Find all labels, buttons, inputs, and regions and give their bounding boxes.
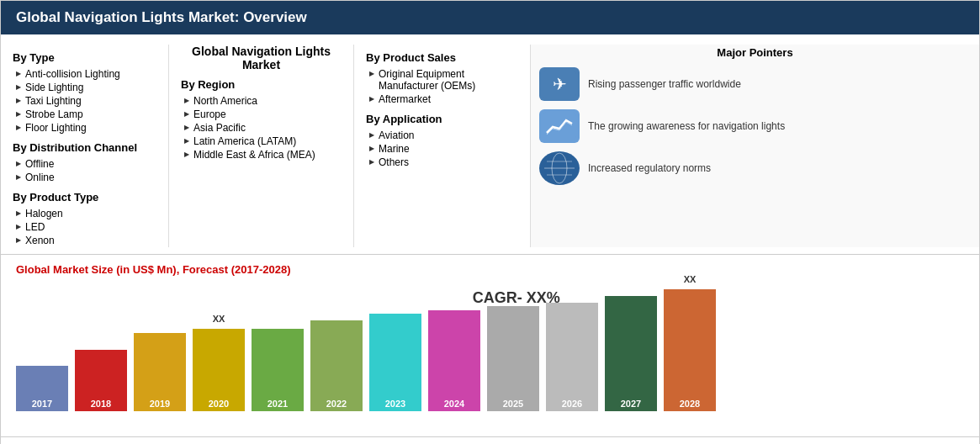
bar-group: 2027 <box>605 296 657 411</box>
svg-rect-2 <box>543 112 576 140</box>
bar-year-label: 2018 <box>75 399 127 409</box>
list-item: LED <box>16 220 156 234</box>
header: Global Navigation Lights Market: Overvie… <box>1 1 979 34</box>
bar-year-label: 2022 <box>310 399 363 409</box>
bar: 2026 <box>546 303 598 411</box>
major-pointers-title: Major Pointers <box>539 46 971 59</box>
bar: 2021 <box>252 329 304 411</box>
list-item: Others <box>369 156 518 169</box>
bar-group: 2017 <box>16 366 68 411</box>
by-region-label: By Region <box>181 78 342 91</box>
bar-year-label: 2027 <box>605 399 657 409</box>
bar: 2017 <box>16 366 68 411</box>
svg-text:✈: ✈ <box>553 75 567 93</box>
bar: 2024 <box>428 310 480 411</box>
pointer-item-1: ✈ Rising passenger traffic worldwide <box>539 67 971 101</box>
header-title: Global Navigation Lights Market: Overvie… <box>16 9 307 25</box>
bar-group: 2018 <box>75 350 127 411</box>
bar-year-label: 2020 <box>193 399 245 409</box>
list-item: Marine <box>369 142 518 156</box>
bar-group: XX2020 <box>193 329 245 411</box>
center-column: Global Navigation Lights Market By Regio… <box>169 45 354 247</box>
bar-group: 2021 <box>252 329 304 411</box>
by-product-sales-label: By Product Sales <box>366 51 518 64</box>
bar-year-label: 2021 <box>252 399 304 409</box>
bar-year-label: 2017 <box>16 399 68 409</box>
pointer-text-3: Increased regulatory norms <box>588 161 711 176</box>
market-title: Global Navigation Lights Market <box>181 45 342 71</box>
bar-year-label: 2024 <box>428 399 480 409</box>
bar-group: XX2028 <box>664 289 716 411</box>
list-item: Floor Lighting <box>16 121 156 135</box>
overview-section: By Type Anti-collision Lighting Side Lig… <box>1 34 979 255</box>
list-item: Side Lighting <box>16 81 156 94</box>
main-container: Global Navigation Lights Market: Overvie… <box>0 0 980 444</box>
bar-group: 2026 <box>546 303 598 411</box>
chart-title: Global Market Size (in US$ Mn), Forecast… <box>16 263 964 276</box>
chart-section: Global Market Size (in US$ Mn), Forecast… <box>1 255 979 437</box>
pointer-icon-2 <box>539 109 580 143</box>
list-item: Offline <box>16 157 156 171</box>
bar: XX2020 <box>193 329 245 411</box>
list-item: Aftermarket <box>369 92 518 106</box>
bar: XX2028 <box>664 289 716 411</box>
bar-year-label: 2019 <box>134 399 186 409</box>
major-pointers-column: Major Pointers ✈ Rising passenger traffi… <box>531 45 979 247</box>
bar-group: 2024 <box>428 310 480 411</box>
list-item: Latin America (LATAM) <box>184 135 342 148</box>
list-item: Anti-collision Lighting <box>16 67 156 81</box>
bar-year-label: 2026 <box>546 399 598 409</box>
by-distribution-label: By Distribution Channel <box>13 141 156 154</box>
bar-year-label: 2025 <box>487 399 539 409</box>
bar-group: 2023 <box>369 314 421 411</box>
by-product-sales-list: Original Equipment Manufacturer (OEMs) A… <box>366 67 518 106</box>
pointer-item-3: Increased regulatory norms <box>539 151 971 185</box>
bar-group: 2022 <box>310 320 363 411</box>
list-item: Europe <box>184 108 342 121</box>
chart-bars: 201720182019XX20202021202220232024202520… <box>16 283 964 430</box>
pointer-item-2: The growing awareness for navigation lig… <box>539 109 971 143</box>
bar-group: 2025 <box>487 306 539 411</box>
bar-year-label: 2023 <box>369 399 421 409</box>
left-column: By Type Anti-collision Lighting Side Lig… <box>1 45 169 247</box>
list-item: Aviation <box>369 129 518 142</box>
bar: 2018 <box>75 350 127 411</box>
list-item: Xenon <box>16 234 156 247</box>
list-item: Online <box>16 171 156 184</box>
bar-group: 2019 <box>134 333 186 411</box>
list-item: North America <box>184 94 342 108</box>
by-distribution-list: Offline Online <box>13 157 156 184</box>
bar: 2023 <box>369 314 421 411</box>
bar-year-label: 2028 <box>664 399 716 409</box>
list-item: Taxi Lighting <box>16 94 156 108</box>
bar: 2022 <box>310 320 363 411</box>
list-item: Original Equipment Manufacturer (OEMs) <box>369 67 518 92</box>
list-item: Middle East & Africa (MEA) <box>184 148 342 161</box>
by-type-label: By Type <box>13 51 156 64</box>
by-application-list: Aviation Marine Others <box>366 129 518 169</box>
bar: 2025 <box>487 306 539 411</box>
pointer-icon-1: ✈ <box>539 67 580 101</box>
by-type-list: Anti-collision Lighting Side Lighting Ta… <box>13 67 156 135</box>
bar-top-label: XX <box>213 314 225 324</box>
bar: 2027 <box>605 296 657 411</box>
list-item: Halogen <box>16 207 156 220</box>
pointer-text-2: The growing awareness for navigation lig… <box>588 119 785 134</box>
by-region-list: North America Europe Asia Pacific Latin … <box>181 94 342 161</box>
pointer-icon-3 <box>539 151 580 185</box>
pointer-text-1: Rising passenger traffic worldwide <box>588 77 741 92</box>
bar: 2019 <box>134 333 186 411</box>
list-item: Asia Pacific <box>184 121 342 135</box>
product-sales-column: By Product Sales Original Equipment Manu… <box>354 45 531 247</box>
by-application-label: By Application <box>366 113 518 125</box>
footer: Source: Constancy Researchers Analysis N… <box>1 437 979 444</box>
by-product-type-label: By Product Type <box>13 191 156 204</box>
by-product-type-list: Halogen LED Xenon <box>13 207 156 247</box>
list-item: Strobe Lamp <box>16 108 156 121</box>
bar-top-label: XX <box>684 274 697 284</box>
